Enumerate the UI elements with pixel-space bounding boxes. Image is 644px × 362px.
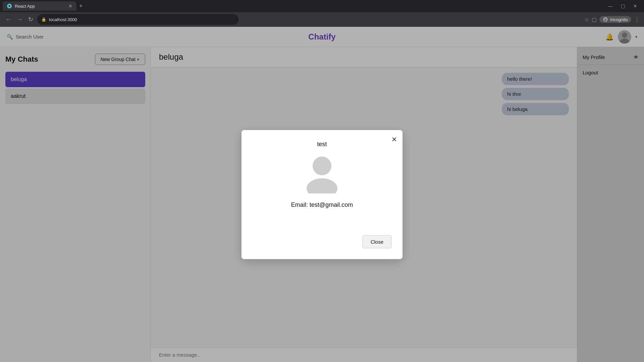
modal-footer: Close [252, 235, 392, 248]
refresh-button[interactable]: ↻ [27, 14, 35, 24]
modal-close-button[interactable]: ✕ [391, 135, 397, 143]
svg-point-1 [9, 5, 10, 7]
modal-overlay: ✕ test Email: test@gmail.com Close [0, 27, 644, 362]
svg-point-5 [307, 178, 337, 193]
extension-icon[interactable]: ▢ [592, 16, 597, 23]
incognito-badge: Incognito [599, 16, 631, 23]
url-display: localhost:3000 [49, 17, 77, 22]
browser-tab[interactable]: React App ✕ [3, 1, 76, 11]
back-button[interactable]: ← [4, 15, 13, 24]
lock-icon: 🔒 [41, 17, 46, 22]
modal-avatar [302, 153, 342, 193]
new-tab-button[interactable]: + [79, 3, 83, 10]
minimize-button[interactable]: — [604, 0, 617, 12]
forward-button[interactable]: → [15, 15, 24, 24]
modal-username: test [252, 141, 392, 148]
incognito-label: Incognito [610, 17, 628, 22]
modal-email: Email: test@gmail.com [252, 201, 392, 208]
maximize-button[interactable]: ▢ [617, 0, 629, 12]
bookmark-icon[interactable]: ☆ [584, 16, 589, 23]
svg-point-4 [313, 157, 331, 175]
close-window-button[interactable]: ✕ [629, 0, 641, 12]
address-bar[interactable]: 🔒 localhost:3000 [37, 14, 238, 25]
modal-close-btn[interactable]: Close [362, 235, 392, 248]
user-profile-modal: ✕ test Email: test@gmail.com Close [241, 130, 402, 259]
menu-icon[interactable]: ⋮ [634, 16, 640, 23]
tab-close-icon[interactable]: ✕ [68, 3, 72, 9]
tab-title-label: React App [15, 4, 66, 9]
tab-favicon [7, 3, 12, 9]
